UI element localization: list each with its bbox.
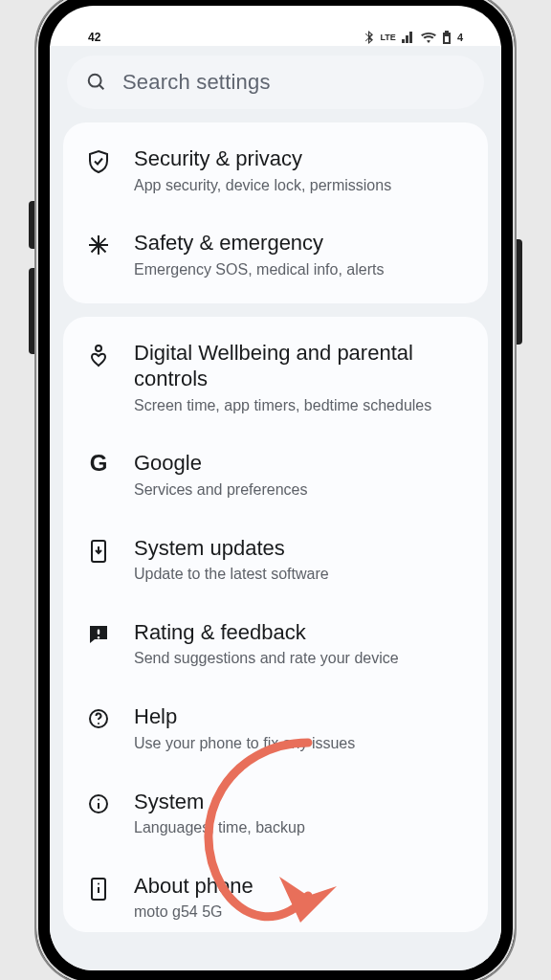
setting-system[interactable]: System Languages, time, backup: [63, 771, 488, 856]
search-placeholder: Search settings: [122, 70, 271, 95]
svg-point-2: [96, 345, 101, 351]
status-extra: 4: [457, 32, 463, 43]
setting-subtitle: Screen time, app timers, bedtime schedul…: [134, 396, 467, 416]
svg-point-11: [98, 882, 99, 884]
setting-title: System: [134, 789, 467, 815]
setting-title: Help: [134, 703, 467, 730]
bluetooth-icon: [365, 31, 375, 44]
setting-subtitle: moto g54 5G: [134, 902, 467, 923]
wellbeing-icon: [84, 340, 113, 368]
signal-icon: [402, 32, 415, 43]
setting-security-privacy[interactable]: Security & privacy App security, device …: [63, 128, 488, 212]
help-icon: [84, 703, 113, 730]
setting-subtitle: Update to the latest software: [134, 565, 467, 585]
setting-subtitle: App security, device lock, permissions: [134, 176, 467, 196]
download-phone-icon: [84, 535, 113, 564]
setting-about-phone[interactable]: About phone moto g54 5G: [63, 856, 488, 926]
setting-subtitle: Send suggestions and rate your device: [134, 649, 467, 669]
status-time: 42: [88, 31, 100, 44]
svg-point-5: [98, 723, 99, 724]
setting-title: Security & privacy: [134, 145, 467, 172]
setting-title: Safety & emergency: [134, 230, 467, 256]
settings-content: Search settings Security & privacy App s…: [50, 46, 501, 970]
svg-point-0: [89, 75, 101, 87]
svg-line-1: [99, 85, 104, 90]
setting-rating-feedback[interactable]: Rating & feedback Send suggestions and r…: [63, 602, 488, 686]
info-icon: [84, 789, 113, 815]
battery-icon: [442, 31, 452, 44]
setting-title: About phone: [134, 873, 467, 900]
asterisk-icon: [84, 230, 113, 256]
settings-group: Security & privacy App security, device …: [63, 122, 488, 303]
setting-title: System updates: [134, 535, 467, 562]
setting-subtitle: Use your phone to fix any issues: [134, 734, 467, 754]
setting-title: Digital Wellbeing and parental controls: [134, 340, 467, 392]
shield-icon: [84, 145, 113, 174]
setting-title: Google: [134, 450, 467, 477]
lte-label: LTE: [381, 33, 396, 42]
status-right-icons: LTE 4: [365, 31, 463, 44]
google-icon: G: [84, 450, 113, 477]
svg-point-8: [98, 798, 99, 800]
wifi-icon: [421, 32, 436, 43]
search-icon: [86, 72, 107, 93]
screen: 42 LTE 4: [50, 6, 501, 970]
setting-safety-emergency[interactable]: Safety & emergency Emergency SOS, medica…: [63, 212, 488, 297]
setting-subtitle: Services and preferences: [134, 480, 467, 501]
phone-frame: 42 LTE 4: [34, 0, 517, 980]
setting-digital-wellbeing[interactable]: Digital Wellbeing and parental controls …: [63, 323, 488, 434]
feedback-icon: [84, 619, 113, 646]
setting-help[interactable]: Help Use your phone to fix any issues: [63, 686, 488, 770]
setting-subtitle: Languages, time, backup: [134, 818, 467, 838]
search-bar[interactable]: Search settings: [67, 56, 484, 109]
status-bar: 42 LTE 4: [50, 29, 501, 46]
setting-system-updates[interactable]: System updates Update to the latest soft…: [63, 518, 488, 602]
settings-group: Digital Wellbeing and parental controls …: [63, 317, 488, 933]
phone-info-icon: [84, 873, 113, 902]
setting-subtitle: Emergency SOS, medical info, alerts: [134, 260, 467, 280]
setting-title: Rating & feedback: [134, 619, 467, 646]
setting-google[interactable]: G Google Services and preferences: [63, 433, 488, 517]
phone-side-button: [517, 239, 522, 345]
